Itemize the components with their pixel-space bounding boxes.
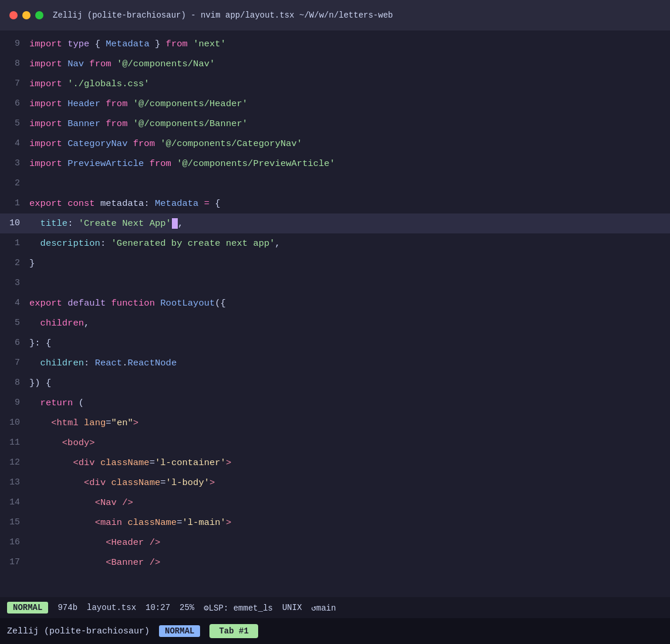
- line-number: 1: [5, 194, 29, 213]
- code-line: 5 import Banner from '@/components/Banne…: [0, 114, 670, 134]
- line-number: 1: [5, 233, 29, 253]
- code-line: 2: [0, 174, 670, 194]
- scroll-percent: 25%: [180, 603, 194, 612]
- code-line: 9 import type { Metadata } from 'next': [0, 34, 670, 54]
- code-content: <div className='l-body'>: [29, 473, 215, 493]
- code-content: children: React.ReactNode: [29, 353, 177, 373]
- code-line: 10 <html lang="en">: [0, 413, 670, 433]
- code-content: return (: [29, 393, 84, 413]
- code-content: import Nav from '@/components/Nav': [29, 54, 215, 74]
- code-line: 5 children,: [0, 313, 670, 333]
- line-number: 13: [5, 473, 29, 493]
- code-content: export const metadata: Metadata = {: [29, 194, 221, 213]
- code-content: import CategoryNav from '@/components/Ca…: [29, 134, 302, 154]
- code-line: 7 import './globals.css': [0, 74, 670, 94]
- code-content: import Banner from '@/components/Banner': [29, 114, 248, 134]
- code-content: <main className='l-main'>: [29, 513, 231, 533]
- code-line: 12 <div className='l-container'>: [0, 453, 670, 473]
- line-number: 15: [5, 513, 29, 533]
- code-line: 3 import PreviewArticle from '@/componen…: [0, 154, 670, 174]
- code-line: 16 <Header />: [0, 533, 670, 553]
- line-number: 6: [5, 333, 29, 353]
- code-line-highlighted: 10 title: 'Create Next App',: [0, 213, 670, 233]
- line-number: 4: [5, 134, 29, 154]
- title-bar: Zellij (polite-brachiosaur) - nvim app/l…: [0, 0, 670, 30]
- status-bar: NORMAL 974b layout.tsx 10:27 25% ⚙LSP: e…: [0, 597, 670, 618]
- code-line: 11 <body>: [0, 433, 670, 453]
- code-content: children,: [29, 313, 89, 333]
- cursor-position: 10:27: [145, 603, 170, 612]
- mode-indicator: NORMAL: [7, 602, 48, 614]
- code-content: <Header />: [29, 533, 160, 553]
- code-line: 17 <Banner />: [0, 553, 670, 572]
- filename: layout.tsx: [87, 603, 136, 612]
- code-content: import './globals.css': [29, 74, 150, 94]
- code-content: [29, 174, 35, 194]
- code-content: }: {: [29, 333, 51, 353]
- code-content: export default function RootLayout({: [29, 293, 226, 313]
- code-line: 15 <main className='l-main'>: [0, 513, 670, 533]
- code-line: 1 export const metadata: Metadata = {: [0, 194, 670, 213]
- code-line: 13 <div className='l-body'>: [0, 473, 670, 493]
- code-line: 7 children: React.ReactNode: [0, 353, 670, 373]
- code-content: import PreviewArticle from '@/components…: [29, 154, 335, 174]
- git-branch: ↺main: [312, 603, 336, 613]
- line-number: 17: [5, 553, 29, 572]
- line-number: 3: [5, 273, 29, 293]
- code-line: 2 }: [0, 253, 670, 273]
- code-line: 6 }: {: [0, 333, 670, 353]
- line-number: 2: [5, 174, 29, 194]
- code-content: [29, 273, 35, 293]
- code-content: import Header from '@/components/Header': [29, 94, 248, 114]
- window-title: Zellij (polite-brachiosaur) - nvim app/l…: [53, 11, 393, 20]
- code-line: 8 }) {: [0, 373, 670, 393]
- line-number: 2: [5, 253, 29, 273]
- code-line: 14 <Nav />: [0, 493, 670, 513]
- code-line: 8 import Nav from '@/components/Nav': [0, 54, 670, 74]
- line-number: 14: [5, 493, 29, 513]
- close-button[interactable]: [9, 11, 18, 19]
- code-content: <div className='l-container'>: [29, 453, 231, 473]
- line-number: 11: [5, 433, 29, 453]
- line-number: 8: [5, 373, 29, 393]
- code-area[interactable]: 9 import type { Metadata } from 'next' 8…: [0, 30, 670, 597]
- code-line: 4 import CategoryNav from '@/components/…: [0, 134, 670, 154]
- line-number: 7: [5, 353, 29, 373]
- line-number: 6: [5, 94, 29, 114]
- code-line: 4 export default function RootLayout({: [0, 293, 670, 313]
- code-content: <body>: [29, 433, 95, 453]
- lsp-indicator: ⚙LSP: emmet_ls: [204, 603, 273, 613]
- editor[interactable]: 9 import type { Metadata } from 'next' 8…: [0, 30, 670, 597]
- line-number: 10: [5, 213, 29, 233]
- file-size: 974b: [57, 603, 77, 612]
- code-content: description: 'Generated by create next a…: [29, 233, 280, 253]
- line-number: 12: [5, 453, 29, 473]
- line-number: 5: [5, 114, 29, 134]
- tab-app-name: Zellij (polite-brachiosaur): [7, 626, 150, 636]
- code-line: 6 import Header from '@/components/Heade…: [0, 94, 670, 114]
- line-number: 4: [5, 293, 29, 313]
- minimize-button[interactable]: [22, 11, 31, 19]
- line-number: 9: [5, 393, 29, 413]
- line-number: 8: [5, 54, 29, 74]
- line-number: 16: [5, 533, 29, 553]
- code-content: <html lang="en">: [29, 413, 138, 433]
- code-content: }) {: [29, 373, 51, 393]
- maximize-button[interactable]: [35, 11, 43, 19]
- code-line: 1 description: 'Generated by create next…: [0, 233, 670, 253]
- code-content: import type { Metadata } from 'next': [29, 34, 226, 54]
- line-number: 7: [5, 74, 29, 94]
- window-controls: [9, 11, 43, 19]
- code-content: }: [29, 253, 35, 273]
- line-number: 10: [5, 413, 29, 433]
- code-content: title: 'Create Next App',: [29, 213, 183, 233]
- tab-bar: Zellij (polite-brachiosaur) NORMAL Tab #…: [0, 618, 670, 644]
- tab-mode-indicator: NORMAL: [159, 625, 200, 637]
- code-content: <Nav />: [29, 493, 133, 513]
- line-number: 3: [5, 154, 29, 174]
- code-line: 9 return (: [0, 393, 670, 413]
- code-content: <Banner />: [29, 553, 160, 572]
- line-number: 5: [5, 313, 29, 333]
- os-indicator: UNIX: [282, 603, 302, 612]
- tab-item[interactable]: Tab #1: [209, 624, 258, 638]
